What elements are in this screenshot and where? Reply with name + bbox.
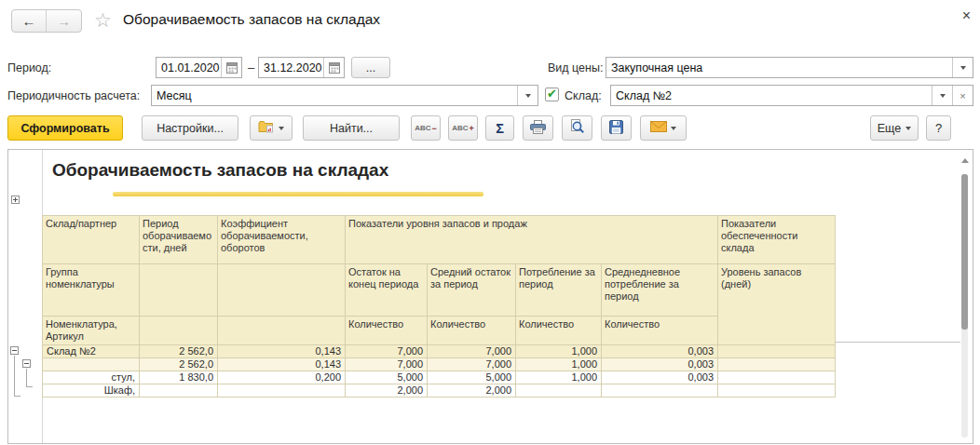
value-cell[interactable]: 5,000 xyxy=(428,371,516,384)
header-cell: Показатели обеспеченности склада xyxy=(718,216,836,264)
table-row: 2 562,0 0,143 7,000 7,000 1,000 0,003 xyxy=(43,358,836,371)
settings-button[interactable]: Настройки... xyxy=(142,115,238,141)
header-cell xyxy=(218,264,346,317)
sum-button[interactable]: Σ xyxy=(485,115,514,141)
value-cell[interactable] xyxy=(140,384,218,398)
find-button[interactable]: Найти... xyxy=(303,115,400,141)
header-row-1: Склад/партнер Период оборачиваемости, дн… xyxy=(43,216,836,264)
more-button[interactable]: Еще xyxy=(870,115,919,141)
collapse-subgroup-box[interactable] xyxy=(22,359,31,368)
value-cell[interactable]: 2 562,0 xyxy=(140,358,218,371)
floppy-icon xyxy=(609,120,623,137)
header-cell xyxy=(218,317,346,345)
font-increase-button[interactable]: ABC+ xyxy=(448,115,478,141)
header-cell: Количество xyxy=(428,317,516,345)
warehouse-checkbox[interactable]: ✔ xyxy=(545,88,559,101)
value-cell[interactable]: 1,000 xyxy=(516,371,602,384)
header-row-2: Группа номенклатуры Остаток на конец пер… xyxy=(43,264,836,317)
header-cell: Уровень запасов (дней) xyxy=(718,264,836,345)
font-decrease-button[interactable]: ABC− xyxy=(411,115,441,141)
mail-button[interactable] xyxy=(640,115,687,141)
folder-icon xyxy=(258,120,275,136)
report-variants-button[interactable] xyxy=(250,115,293,141)
value-cell[interactable]: 2 562,0 xyxy=(140,345,218,358)
abc-glyph: ABC xyxy=(452,124,468,132)
value-cell[interactable]: 2,000 xyxy=(346,384,428,398)
scroll-up-icon[interactable] xyxy=(961,158,969,163)
value-cell[interactable]: 0,003 xyxy=(602,358,718,371)
header-cell: Номенклатура, Артикул xyxy=(43,317,140,345)
value-cell[interactable] xyxy=(516,384,602,398)
price-type-dropdown-button[interactable] xyxy=(952,58,973,77)
row-name-cell[interactable]: стул, xyxy=(43,371,140,384)
periodicity-dropdown-button[interactable] xyxy=(517,86,538,105)
row-name-cell[interactable]: Шкаф, xyxy=(43,384,140,398)
scroll-thumb[interactable] xyxy=(961,174,968,330)
calendar-icon xyxy=(226,61,238,74)
value-cell[interactable]: 1,000 xyxy=(516,345,602,358)
warehouse-dropdown-button[interactable] xyxy=(932,86,952,105)
tree-line xyxy=(14,356,15,397)
preview-button[interactable] xyxy=(562,115,592,141)
chevron-down-icon xyxy=(905,127,911,130)
chevron-down-icon xyxy=(525,94,531,98)
value-cell[interactable]: 0,003 xyxy=(602,345,718,358)
period-from-input[interactable]: 01.01.2020 xyxy=(157,58,221,77)
header-cell: Среднедневное потребление за период xyxy=(602,264,718,317)
warehouse-clear-button[interactable]: × xyxy=(952,86,973,105)
value-cell[interactable] xyxy=(602,384,718,398)
header-cell: Потребление за период xyxy=(516,264,602,317)
value-cell[interactable] xyxy=(718,384,836,398)
more-label: Еще xyxy=(878,122,901,135)
print-button[interactable] xyxy=(523,115,553,141)
value-cell[interactable]: 2,000 xyxy=(428,384,516,398)
value-cell[interactable] xyxy=(718,358,836,371)
value-cell[interactable] xyxy=(218,384,346,398)
chevron-down-icon xyxy=(940,94,946,98)
price-type-select[interactable]: Закупочная цена xyxy=(606,58,952,77)
title-underline xyxy=(113,192,483,196)
back-button[interactable]: ← xyxy=(12,10,47,32)
table-row: Шкаф, 2,000 2,000 xyxy=(43,384,836,398)
row-name-cell[interactable] xyxy=(43,358,140,371)
collapse-group-box[interactable] xyxy=(10,346,19,355)
period-to-calendar-button[interactable] xyxy=(323,58,344,77)
generate-button[interactable]: Сформировать xyxy=(7,115,123,141)
vertical-scrollbar[interactable] xyxy=(960,152,971,441)
period-from-calendar-button[interactable] xyxy=(221,58,241,77)
value-cell[interactable]: 7,000 xyxy=(346,358,428,371)
report-toolbar: Сформировать Настройки... Найти... ABC− … xyxy=(7,115,951,141)
value-cell[interactable] xyxy=(718,371,836,384)
close-button[interactable]: × xyxy=(962,8,971,23)
forward-button[interactable]: → xyxy=(47,10,81,32)
value-cell[interactable]: 1,000 xyxy=(516,358,602,371)
table-row: стул, 1 830,0 0,200 5,000 5,000 1,000 0,… xyxy=(43,371,836,384)
minus-sign: − xyxy=(432,124,437,133)
value-cell[interactable]: 0,200 xyxy=(218,371,346,384)
value-cell[interactable]: 5,000 xyxy=(346,371,428,384)
period-to-input[interactable]: 31.12.2020 xyxy=(259,58,323,77)
help-button[interactable]: ? xyxy=(926,115,951,141)
period-label: Период: xyxy=(7,61,51,74)
value-cell[interactable]: 7,000 xyxy=(346,345,428,358)
price-type-label: Вид цены: xyxy=(548,61,603,74)
value-cell[interactable]: 0,003 xyxy=(602,371,718,384)
save-button[interactable] xyxy=(601,115,632,141)
warehouse-select[interactable]: Склад №2 xyxy=(611,86,932,105)
value-cell[interactable]: 7,000 xyxy=(428,345,516,358)
value-cell[interactable]: 7,000 xyxy=(428,358,516,371)
abc-glyph: ABC xyxy=(415,124,430,132)
expand-title-box[interactable] xyxy=(11,196,20,204)
period-more-button[interactable]: ... xyxy=(351,57,390,78)
value-cell[interactable] xyxy=(718,345,836,358)
chevron-down-icon xyxy=(279,127,284,130)
header-cell: Количество xyxy=(346,317,428,345)
value-cell[interactable]: 1 830,0 xyxy=(140,371,218,384)
row-name-cell[interactable]: Склад №2 xyxy=(43,345,140,358)
favorite-star-icon[interactable]: ☆ xyxy=(94,9,112,32)
plus-sign: + xyxy=(470,124,474,133)
periodicity-select[interactable]: Месяц xyxy=(152,86,517,105)
value-cell[interactable]: 0,143 xyxy=(218,345,346,358)
report-window: ← → ☆ Оборачиваемость запасов на складах… xyxy=(0,0,980,445)
value-cell[interactable]: 0,143 xyxy=(218,358,346,371)
